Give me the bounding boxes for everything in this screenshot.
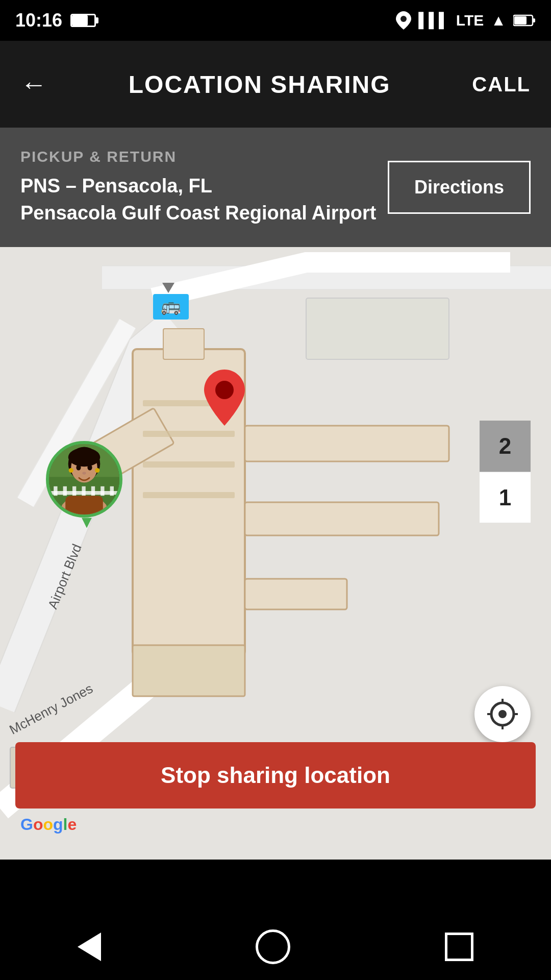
status-indicators: ▌▌▌ LTE ▲	[396, 11, 536, 30]
google-logo: Google	[20, 815, 77, 834]
home-nav-icon	[256, 929, 290, 964]
bottom-navigation	[0, 914, 551, 980]
svg-rect-8	[245, 502, 439, 535]
signal-icon: ▌▌▌	[418, 12, 449, 29]
svg-point-37	[69, 468, 73, 473]
recent-nav-icon	[445, 933, 473, 961]
pickup-location: PNS – Pensacola, FL Pensacola Gulf Coast…	[20, 173, 388, 227]
svg-rect-24	[54, 486, 57, 496]
battery-status-icon	[513, 14, 536, 27]
header-title: LOCATION SHARING	[129, 70, 391, 99]
zoom-level-2[interactable]: 2	[480, 421, 531, 472]
svg-rect-7	[245, 426, 449, 461]
svg-rect-15	[143, 492, 235, 498]
destination-pin	[204, 370, 245, 428]
directions-button[interactable]: Directions	[388, 161, 531, 214]
svg-rect-10	[163, 329, 204, 359]
locate-icon	[487, 699, 518, 729]
battery-icon	[70, 14, 96, 27]
svg-rect-11	[133, 645, 245, 696]
svg-rect-30	[110, 486, 114, 496]
svg-point-43	[498, 710, 507, 718]
svg-rect-13	[143, 431, 235, 437]
svg-point-33	[68, 448, 101, 467]
back-nav-button[interactable]	[78, 933, 101, 961]
svg-point-0	[400, 16, 407, 22]
svg-text:🚌: 🚌	[161, 296, 181, 315]
back-nav-icon	[78, 933, 101, 961]
pickup-location-line1: PNS – Pensacola, FL	[20, 175, 212, 197]
svg-point-35	[87, 465, 92, 471]
status-bar: 10:16 ▌▌▌ LTE ▲	[0, 0, 551, 41]
home-nav-button[interactable]	[256, 929, 290, 964]
back-button[interactable]: ←	[20, 69, 47, 100]
call-button[interactable]: CALL	[472, 73, 531, 96]
svg-point-41	[215, 381, 234, 399]
svg-rect-26	[72, 486, 76, 496]
pickup-info: PICKUP & RETURN PNS – Pensacola, FL Pens…	[20, 148, 388, 227]
user-location-marker	[46, 441, 128, 523]
status-time: 10:16	[15, 10, 62, 31]
svg-rect-28	[91, 486, 95, 496]
zoom-level-1[interactable]: 1	[480, 472, 531, 523]
svg-rect-40	[65, 496, 103, 515]
svg-rect-27	[82, 486, 85, 496]
svg-rect-14	[143, 461, 235, 468]
user-avatar	[46, 441, 122, 518]
location-status-icon	[396, 11, 411, 30]
locate-button[interactable]	[474, 686, 531, 742]
stop-sharing-button[interactable]: Stop sharing location	[15, 742, 536, 808]
svg-point-36	[82, 472, 86, 475]
svg-rect-2	[533, 18, 535, 22]
zoom-controls: 2 1	[480, 421, 531, 523]
network-type: LTE	[456, 12, 484, 29]
app-header: ← LOCATION SHARING CALL	[0, 41, 551, 128]
pickup-location-line2: Pensacola Gulf Coast Regional Airport	[20, 202, 377, 224]
pickup-bar: PICKUP & RETURN PNS – Pensacola, FL Pens…	[0, 128, 551, 247]
recent-nav-button[interactable]	[445, 933, 473, 961]
svg-rect-17	[306, 298, 449, 359]
pickup-section-label: PICKUP & RETURN	[20, 148, 388, 165]
svg-point-34	[76, 465, 81, 471]
map-area: 🚌 Airport Blvd McHenry Jones	[0, 247, 551, 860]
svg-rect-3	[514, 16, 527, 24]
svg-point-38	[95, 468, 99, 473]
signal-arrow: ▲	[491, 12, 506, 29]
svg-rect-25	[63, 486, 67, 496]
svg-rect-9	[245, 579, 347, 609]
svg-rect-29	[101, 486, 104, 496]
